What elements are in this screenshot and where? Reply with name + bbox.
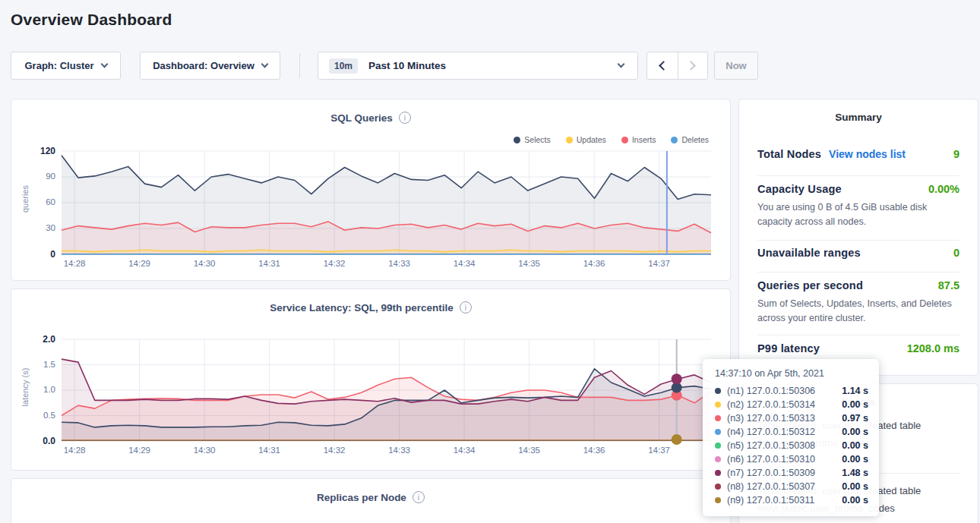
sql-queries-panel: SQL Queries i SelectsUpdatesInsertsDelet… — [11, 99, 731, 281]
node-color-dot — [715, 402, 721, 408]
y-tick: 1.5 — [43, 360, 55, 369]
chart-title: SQL Queries — [330, 112, 393, 124]
x-tick: 14:28 — [58, 259, 91, 268]
service-latency-chart[interactable] — [62, 339, 711, 441]
y-tick: 120 — [40, 146, 55, 156]
replicas-per-node-panel: Replicas per Node i — [11, 478, 731, 523]
graph-dropdown[interactable]: Graph: Cluster — [11, 52, 121, 80]
time-range-label: Past 10 Minutes — [368, 60, 446, 71]
unavailable-ranges-label: Unavailable ranges — [757, 247, 861, 259]
node-latency-value: 1.14 s — [842, 386, 868, 396]
chart-hover-tooltip: 14:37:10 on Apr 5th, 2021 (n1) 127.0.0.1… — [703, 359, 879, 516]
chart-legend: SelectsUpdatesInsertsDeletes — [514, 135, 709, 144]
legend-item-updates[interactable]: Updates — [566, 135, 606, 144]
time-range-badge: 10m — [329, 58, 358, 74]
divider — [757, 240, 959, 241]
legend-item-selects[interactable]: Selects — [514, 135, 550, 144]
x-tick: 14:36 — [577, 259, 611, 268]
unavailable-ranges-row: Unavailable ranges 0 — [757, 247, 959, 259]
y-tick: 1.0 — [43, 385, 55, 394]
node-latency-value: 0.97 s — [842, 413, 868, 424]
tooltip-rows: (n1) 127.0.0.1:503061.14 s(n2) 127.0.0.1… — [715, 384, 868, 507]
node-address: (n5) 127.0.0.1:50308 — [727, 440, 815, 451]
y-tick: 0.5 — [43, 411, 55, 420]
replicas-title-row: Replicas per Node i — [11, 491, 730, 503]
service-latency-panel: Service Latency: SQL, 99th percentile i … — [11, 288, 731, 471]
node-color-dot — [715, 388, 721, 394]
x-tick: 14:30 — [188, 259, 221, 268]
tooltip-row: (n3) 127.0.0.1:503130.97 s — [715, 411, 868, 425]
x-tick: 14:32 — [318, 259, 351, 268]
node-color-dot — [715, 470, 721, 476]
tooltip-row: (n5) 127.0.0.1:503080.00 s — [715, 439, 868, 452]
capacity-usage-row: Capacity Usage 0.00% — [757, 183, 959, 195]
qps-subtext: Sum of Selects, Updates, Inserts, and De… — [757, 297, 959, 326]
qps-label: Queries per second — [757, 279, 863, 291]
graph-dropdown-label: Graph: Cluster — [24, 60, 93, 71]
x-tick: 14:36 — [577, 446, 611, 455]
node-latency-value: 1.48 s — [842, 468, 868, 478]
legend-label: Inserts — [632, 135, 656, 144]
chevron-left-icon — [659, 61, 669, 71]
y-tick: 0 — [50, 249, 55, 260]
tooltip-row: (n2) 127.0.0.1:503140.00 s — [715, 398, 868, 411]
legend-item-inserts[interactable]: Inserts — [621, 135, 656, 144]
now-button[interactable]: Now — [714, 52, 758, 80]
service-latency-title-row: Service Latency: SQL, 99th percentile i — [11, 301, 730, 313]
y-tick: 90 — [46, 172, 55, 181]
node-address: (n2) 127.0.0.1:50314 — [727, 399, 815, 410]
p99-latency-label: P99 latency — [757, 342, 820, 354]
node-address: (n9) 127.0.0.1:50311 — [727, 495, 814, 506]
info-icon[interactable]: i — [413, 491, 425, 503]
node-latency-value: 0.00 s — [842, 481, 868, 492]
total-nodes-row: Total Nodes View nodes list 9 — [757, 148, 959, 160]
qps-row: Queries per second 87.5 — [757, 279, 959, 291]
next-range-button[interactable] — [678, 52, 708, 79]
y-tick: 2.0 — [43, 334, 55, 345]
view-nodes-list-link[interactable]: View nodes list — [829, 148, 906, 160]
tooltip-timestamp: 14:37:10 on Apr 5th, 2021 — [715, 368, 868, 379]
total-nodes-value: 9 — [953, 148, 959, 160]
page-title: Overview Dashboard — [11, 11, 172, 29]
chevron-down-icon — [261, 61, 268, 68]
node-latency-value: 0.00 s — [842, 495, 868, 506]
info-icon[interactable]: i — [399, 112, 411, 124]
node-color-dot — [715, 497, 721, 503]
node-address: (n8) 127.0.0.1:50307 — [727, 481, 815, 492]
summary-panel: Summary Total Nodes View nodes list 9 Ca… — [738, 99, 978, 376]
tooltip-row: (n7) 127.0.0.1:503091.48 s — [715, 466, 868, 480]
x-tick: 14:29 — [123, 259, 156, 268]
time-step-buttons — [646, 52, 708, 80]
legend-dot — [514, 137, 520, 143]
x-tick: 14:37 — [643, 259, 676, 268]
node-address: (n4) 127.0.0.1:50312 — [727, 427, 815, 437]
legend-item-deletes[interactable]: Deletes — [671, 135, 709, 144]
dashboard-dropdown-label: Dashboard: Overview — [153, 60, 254, 71]
node-color-dot — [715, 415, 721, 421]
legend-label: Deletes — [681, 135, 709, 144]
x-tick: 14:28 — [58, 446, 91, 455]
tooltip-row: (n6) 127.0.0.1:503100.00 s — [715, 452, 868, 466]
x-tick: 14:34 — [447, 259, 481, 268]
x-tick: 14:30 — [188, 446, 221, 455]
node-latency-value: 0.00 s — [842, 440, 868, 451]
node-latency-value: 0.00 s — [842, 454, 868, 465]
prev-range-button[interactable] — [647, 52, 678, 79]
sql-queries-chart[interactable] — [62, 151, 711, 254]
node-color-dot — [715, 456, 721, 462]
legend-label: Selects — [524, 135, 550, 144]
qps-value: 87.5 — [938, 279, 959, 291]
x-tick: 14:33 — [383, 259, 416, 268]
legend-label: Updates — [577, 135, 606, 144]
p99-latency-value: 1208.0 ms — [907, 342, 959, 354]
node-address: (n3) 127.0.0.1:50313 — [727, 413, 815, 424]
dashboard-dropdown[interactable]: Dashboard: Overview — [140, 52, 280, 80]
y-tick: 60 — [46, 197, 55, 206]
info-icon[interactable]: i — [460, 301, 472, 313]
node-latency-value: 0.00 s — [842, 427, 868, 437]
p99-latency-row: P99 latency 1208.0 ms — [757, 342, 959, 354]
node-address: (n7) 127.0.0.1:50309 — [727, 468, 815, 478]
legend-dot — [566, 137, 573, 143]
x-tick: 14:37 — [643, 446, 676, 455]
time-range-picker[interactable]: 10m Past 10 Minutes — [318, 52, 638, 80]
